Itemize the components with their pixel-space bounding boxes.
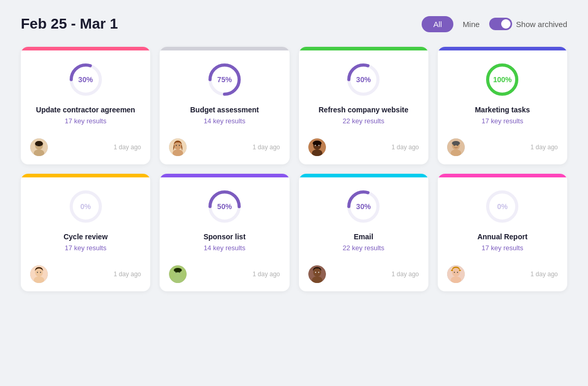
progress-circle: 30% [345,61,382,98]
card-key-results[interactable]: 17 key results [65,117,107,125]
avatar [30,265,48,283]
card-key-results[interactable]: 17 key results [481,244,523,252]
svg-point-37 [40,272,41,273]
card-4[interactable]: 100% Marketing tasks 17 key results 1 da… [438,47,567,164]
page-header: Feb 25 - Mar 1 All Mine Show archived [21,16,567,32]
svg-point-27 [452,141,460,146]
card-body: 30% Refresh company website 22 key resul… [299,50,428,133]
svg-rect-57 [451,270,452,272]
card-key-results[interactable]: 22 key results [343,117,384,125]
card-title: Cycle review [63,233,108,241]
card-title: Email [354,233,373,241]
card-top-bar [21,47,150,50]
progress-label: 0% [497,202,507,211]
card-top-bar [21,174,150,177]
card-key-results[interactable]: 14 key results [204,117,245,125]
card-top-bar [438,174,567,177]
svg-rect-58 [459,270,461,272]
card-title: Refresh company website [319,106,409,114]
card-top-bar [160,47,289,50]
card-footer: 1 day ago [21,260,150,291]
svg-point-14 [179,145,180,146]
time-ago: 1 day ago [530,271,558,278]
svg-point-36 [37,272,38,273]
card-body: 100% Marketing tasks 17 key results [438,50,567,133]
svg-point-44 [176,272,177,273]
card-top-bar [299,47,428,50]
card-key-results[interactable]: 17 key results [65,244,107,252]
card-body: 0% Annual Report 17 key results [438,177,567,260]
avatar [30,138,48,156]
progress-circle: 50% [206,188,243,225]
mine-button[interactable]: Mine [463,20,480,29]
time-ago: 1 day ago [391,144,419,151]
card-title: Update contractor agreemen [36,106,135,114]
header-controls: All Mine Show archived [422,16,567,32]
card-key-results[interactable]: 14 key results [204,244,245,252]
time-ago: 1 day ago [114,144,141,151]
card-footer: 1 day ago [438,133,567,164]
card-8[interactable]: 0% Annual Report 17 key results 1 day ag… [438,174,567,291]
card-top-bar [299,174,428,177]
card-footer: 1 day ago [160,133,289,164]
card-key-results[interactable]: 17 key results [481,117,523,125]
card-7[interactable]: 30% Email 22 key results 1 day ago [299,174,428,291]
time-ago: 1 day ago [114,271,141,278]
card-5[interactable]: 0% Cycle review 17 key results 1 day ago [21,174,150,291]
card-3[interactable]: 30% Refresh company website 22 key resul… [299,47,428,164]
progress-label: 50% [217,202,232,211]
show-archived-toggle[interactable]: Show archived [489,18,567,30]
card-footer: 1 day ago [160,260,289,291]
svg-point-51 [315,272,316,273]
card-body: 30% Update contractor agreemen 17 key re… [21,50,150,133]
svg-point-52 [318,272,319,273]
all-button[interactable]: All [422,16,453,32]
svg-point-6 [37,145,38,146]
svg-point-29 [453,145,454,146]
time-ago: 1 day ago [391,271,419,278]
card-title: Sponsor list [203,233,245,241]
card-title: Annual Report [477,233,527,241]
toggle-switch-icon[interactable] [489,18,512,30]
card-body: 30% Email 22 key results [299,177,428,260]
card-footer: 1 day ago [21,133,150,164]
avatar [308,265,326,283]
progress-circle: 0% [484,188,521,225]
card-1[interactable]: 30% Update contractor agreemen 17 key re… [21,47,150,164]
progress-circle: 0% [67,188,104,225]
svg-point-42 [174,268,182,273]
svg-point-49 [313,268,321,277]
card-top-bar [160,174,289,177]
card-2[interactable]: 75% Budget assessment 14 key results 1 d… [160,47,289,164]
svg-point-19 [312,140,321,146]
progress-label: 100% [493,75,512,84]
avatar [447,138,465,156]
card-body: 0% Cycle review 17 key results [21,177,150,260]
svg-point-60 [454,272,455,273]
svg-point-7 [40,145,41,146]
avatar [169,138,187,156]
progress-label: 30% [79,75,93,84]
card-footer: 1 day ago [438,260,567,291]
progress-circle: 75% [206,61,243,98]
card-footer: 1 day ago [299,260,428,291]
time-ago: 1 day ago [530,144,558,151]
svg-point-61 [457,272,458,273]
card-key-results[interactable]: 22 key results [343,244,384,252]
progress-label: 30% [356,75,371,84]
time-ago: 1 day ago [253,271,280,278]
progress-label: 75% [217,75,232,84]
svg-point-13 [176,145,177,146]
svg-point-45 [179,272,180,273]
card-top-bar [438,47,567,50]
progress-circle: 100% [484,61,521,98]
card-6[interactable]: 50% Sponsor list 14 key results 1 day ag… [160,174,289,291]
cards-grid: 30% Update contractor agreemen 17 key re… [21,47,567,291]
progress-circle: 30% [345,188,382,225]
svg-point-21 [315,145,316,146]
svg-point-30 [457,145,458,146]
show-archived-label: Show archived [516,20,567,29]
progress-circle: 30% [67,61,104,98]
progress-label: 30% [356,202,371,211]
card-body: 75% Budget assessment 14 key results [160,50,289,133]
